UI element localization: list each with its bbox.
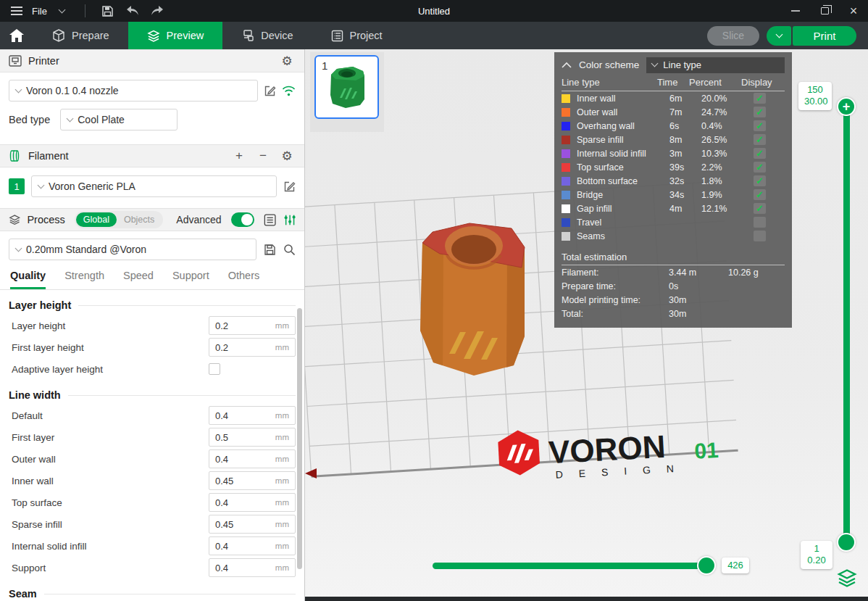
remove-filament-button[interactable]: − [254,147,272,165]
layer-slider-track[interactable] [843,107,850,542]
process-tab-others[interactable]: Others [228,270,260,289]
line-type-label: Overhang wall [577,121,669,131]
setting-checkbox[interactable] [209,363,220,375]
setting-input[interactable]: mm [209,449,296,468]
setting-input[interactable]: mm [209,536,296,555]
line-type-percent: 12.1% [701,204,754,214]
process-preset-select[interactable]: 0.20mm Standard @Voron [9,239,256,260]
add-filament-button[interactable]: + [230,147,248,165]
setting-input[interactable]: mm [209,316,296,335]
minimize-button[interactable] [781,0,810,22]
settings-scrollbar[interactable] [297,308,302,569]
search-preset-icon[interactable] [283,244,296,256]
process-tabs: QualityStrengthSpeedSupportOthers [0,266,304,290]
setting-value-field[interactable] [215,410,272,421]
setting-input[interactable]: mm [209,558,296,577]
filament-slot-badge[interactable]: 1 [9,178,25,194]
setting-value-field[interactable] [215,563,272,573]
home-button[interactable] [0,22,33,49]
app-window: File Untitled × P [0,0,868,601]
step-slider-handle[interactable] [697,556,716,575]
setting-input[interactable]: mm [209,471,296,490]
filament-section-title: Filament [28,150,69,162]
advanced-toggle[interactable] [231,212,255,227]
setting-input[interactable]: mm [209,338,296,357]
plate-thumbnail[interactable]: 1 [314,55,379,119]
setting-value-field[interactable] [215,342,272,353]
slice-button[interactable]: Slice [707,26,759,46]
layer-slider-top-handle[interactable]: + [837,97,856,116]
print-options-button[interactable] [767,26,791,46]
color-scheme-value: Line type [663,59,701,70]
filament-settings-gear-icon[interactable]: ⚙ [278,147,296,165]
line-type-display-checkbox[interactable]: ✓ [754,189,766,200]
setting-unit: mm [275,476,289,485]
process-tab-quality[interactable]: Quality [10,270,46,289]
setting-value-field[interactable] [215,519,272,530]
setting-value-field[interactable] [215,476,272,486]
file-menu-chevron-icon[interactable] [53,3,72,19]
preview-viewport[interactable]: VORON D E S I G N 01 [305,49,868,601]
wifi-icon[interactable] [282,86,296,96]
line-type-display-checkbox[interactable]: ✓ [754,107,766,117]
line-type-display-checkbox[interactable]: ✓ [754,120,766,131]
close-button[interactable]: × [839,0,868,22]
tune-parameters-icon[interactable] [283,213,296,227]
tab-prepare[interactable]: Prepare [33,22,128,49]
line-type-display-checkbox[interactable]: ✓ [754,134,766,145]
file-menu-label[interactable]: File [32,6,47,17]
parameter-list-icon[interactable] [264,213,276,227]
line-type-display-checkbox[interactable]: ✓ [754,175,766,186]
setting-value-field[interactable] [215,541,272,552]
collapse-icon[interactable] [562,62,572,68]
setting-input[interactable]: mm [209,406,296,425]
setting-row: Support mm [0,557,304,579]
line-type-label: Outer wall [577,107,669,117]
layer-slider-bottom-handle[interactable] [837,533,856,552]
printer-icon [9,55,22,67]
print-button[interactable]: Print [793,26,856,46]
scope-global-button[interactable]: Global [76,212,117,227]
line-type-display-checkbox[interactable]: ✓ [754,162,766,173]
save-icon[interactable] [99,3,117,19]
setting-input[interactable]: mm [209,493,296,512]
redo-icon[interactable] [148,3,167,19]
setting-input[interactable]: mm [209,428,296,447]
process-tab-speed[interactable]: Speed [123,270,154,289]
save-preset-icon[interactable] [264,244,276,256]
printer-select[interactable]: Voron 0.1 0.4 nozzle [9,80,258,101]
line-type-display-checkbox[interactable]: ✓ [754,217,766,228]
line-type-display-checkbox[interactable]: ✓ [754,231,766,241]
hamburger-menu-icon[interactable] [7,3,26,19]
layer-view-button[interactable] [837,568,857,587]
printer-settings-gear-icon[interactable]: ⚙ [278,52,296,70]
line-type-color-chip [562,122,570,130]
restore-button[interactable] [810,0,839,22]
filament-select[interactable]: Voron Generic PLA [31,175,277,197]
process-tab-strength[interactable]: Strength [64,270,104,289]
line-type-display-checkbox[interactable]: ✓ [754,148,766,159]
setting-value-field[interactable] [215,320,272,331]
process-tab-support[interactable]: Support [172,270,209,289]
line-type-display-checkbox[interactable]: ✓ [754,93,766,104]
tab-preview[interactable]: Preview [128,22,223,49]
setting-input[interactable]: mm [209,515,296,534]
line-type-display-checkbox[interactable]: ✓ [754,203,766,214]
legend-row: Inner wall 6m 20.0% ✓ [562,91,785,105]
step-slider-track[interactable] [433,563,714,569]
bed-type-select[interactable]: Cool Plate [60,109,178,130]
edit-printer-icon[interactable] [264,85,276,97]
scope-objects-button[interactable]: Objects [117,212,162,227]
setting-value-field[interactable] [215,497,272,508]
layer-slider-bottom-tooltip: 10.20 [801,541,832,569]
printer-section-header: Printer ⚙ [0,49,304,72]
model-voron-cube[interactable] [420,223,525,376]
tab-device[interactable]: Device [222,22,312,49]
line-type-percent: 26.5% [701,135,754,145]
undo-icon[interactable] [123,3,142,19]
color-scheme-select[interactable]: Line type [646,57,785,73]
tab-project[interactable]: Project [312,22,401,49]
setting-value-field[interactable] [215,432,272,443]
setting-value-field[interactable] [215,454,272,465]
edit-filament-icon[interactable] [283,181,296,193]
